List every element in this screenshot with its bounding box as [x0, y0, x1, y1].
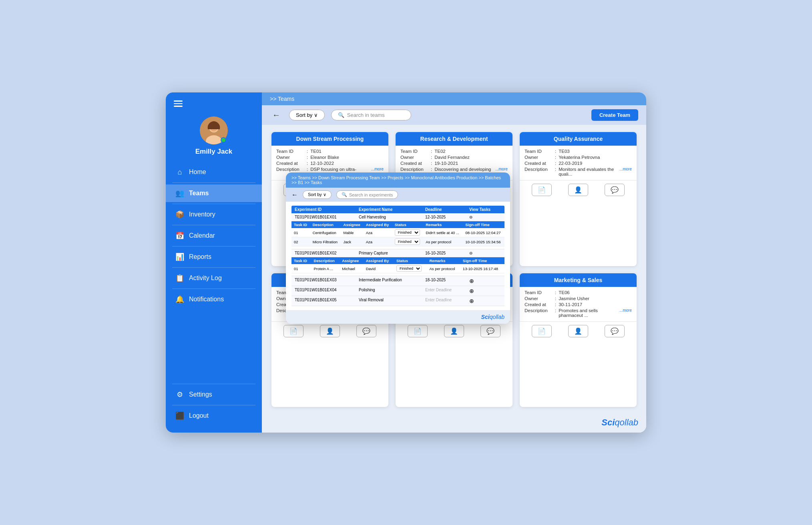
reports-icon: 📊 — [175, 252, 184, 261]
exp-deadline: 18-10-2025 — [425, 278, 469, 284]
popup-back-button[interactable]: ← — [291, 191, 298, 198]
team-card-footer-te06: 📄 👤 💬 — [520, 321, 637, 341]
team-chat-button[interactable]: 💬 — [356, 325, 376, 337]
status-select[interactable]: Finished — [395, 229, 420, 236]
calendar-icon: 📅 — [175, 231, 184, 240]
nav-divider-4 — [172, 246, 255, 246]
team-members-button[interactable]: 👤 — [320, 325, 340, 337]
th-status: Status — [392, 221, 424, 228]
exp-view-tasks[interactable]: ⊕ — [469, 278, 501, 284]
activity-log-icon: 📋 — [175, 274, 184, 283]
popup-breadcrumb: >> Teams >> Down Stream Processing Team … — [286, 172, 510, 188]
hamburger-menu[interactable] — [172, 99, 184, 108]
popup-logo: Sciqollab — [481, 314, 504, 320]
table-row: 02 Micro Filtration Jack Aza Finished As… — [291, 237, 504, 246]
exp-id: TE01P01W01B01EX03 — [295, 278, 359, 284]
team-card-te03: Quality Assurance Team ID : TE03 Owner :… — [520, 132, 637, 266]
exp-view-tasks[interactable]: ⊖ — [469, 215, 501, 219]
search-placeholder: Search in teams — [347, 112, 385, 118]
exp-deadline: 12-10-2025 — [425, 215, 469, 219]
team-docs-button[interactable]: 📄 — [408, 325, 428, 337]
th-task-id: Task ID — [291, 221, 310, 228]
sidebar-item-calendar[interactable]: 📅 Calendar — [166, 227, 262, 244]
team-members-button[interactable]: 👤 — [568, 184, 588, 196]
table-row: 01 Centrifugation Mable Aza Finished Did… — [291, 228, 504, 237]
status-select[interactable]: Finished — [395, 238, 420, 245]
sidebar-item-teams-label: Teams — [189, 190, 209, 197]
popup-search-placeholder: Search in experiments — [349, 192, 393, 197]
label-team-id: Team ID — [276, 149, 304, 154]
exp-row-ex04: TE01P01W01B01EX04 Polishing Enter Deadli… — [291, 286, 504, 296]
sidebar-item-logout[interactable]: ⬛ Logout — [166, 407, 262, 425]
search-teams-box[interactable]: 🔍 Search in teams — [331, 110, 411, 120]
team-members-button[interactable]: 👤 — [568, 325, 588, 337]
team-chat-button[interactable]: 💬 — [480, 325, 500, 337]
search-icon: 🔍 — [338, 112, 344, 118]
popup-toolbar: ← Sort by ∨ 🔍 Search in experiments — [286, 188, 510, 202]
team-docs-button[interactable]: 📄 — [532, 325, 552, 337]
exp-id: TE01P01W01B01EX02 — [295, 251, 359, 255]
exp-row-ex01: TE01P01W01B01EX01 Cell Harvesting 12-10-… — [291, 213, 504, 221]
nav-divider-8 — [172, 405, 255, 405]
sidebar-item-home-label: Home — [189, 168, 206, 176]
sidebar-profile: Emilly Jack — [166, 112, 262, 164]
online-status-dot — [221, 137, 226, 143]
val-team-id: TE01 — [310, 149, 322, 154]
sort-by-button[interactable]: Sort by ∨ — [289, 110, 325, 120]
notifications-icon: 🔔 — [175, 295, 184, 304]
team-card-te06: Marketing & Sales Team ID : TE06 Owner :… — [520, 273, 637, 407]
more-link[interactable]: ...more — [619, 167, 632, 176]
nav-divider-6 — [172, 289, 255, 289]
team-card-header-te02: Research & Development — [396, 132, 513, 146]
popup-search-icon: 🔍 — [342, 192, 347, 197]
sidebar-item-settings-label: Settings — [189, 391, 212, 398]
team-card-footer-te03: 📄 👤 💬 — [520, 180, 637, 199]
team-chat-button[interactable]: 💬 — [605, 325, 625, 337]
team-card-body-te06: Team ID : TE06 Owner : Jasmine Usher Cre… — [520, 287, 637, 321]
owner-row: Owner : Eleanor Blake — [276, 155, 384, 160]
popup-logo-bold: Sci — [481, 314, 490, 320]
back-button[interactable]: ← — [270, 110, 283, 120]
logo-light: qollab — [615, 417, 638, 427]
task-table-ex02: Task ID Description Assignee Assigned By… — [291, 257, 504, 273]
status-select[interactable]: Finished — [396, 265, 422, 272]
exp-section-ex02: TE01P01W01B01EX02 Primary Capture 16-10-… — [291, 249, 504, 273]
team-docs-button[interactable]: 📄 — [283, 325, 303, 337]
sidebar-item-activity-log[interactable]: 📋 Activity Log — [166, 269, 262, 287]
label-created: Created at — [276, 161, 304, 166]
exp-name: Intermediate Purification — [359, 278, 425, 284]
logo-bold: Sci — [601, 417, 615, 427]
sidebar-item-notifications[interactable]: 🔔 Notifications — [166, 291, 262, 308]
more-link[interactable]: ...more — [619, 308, 632, 318]
popup-sort-button[interactable]: Sort by ∨ — [303, 190, 332, 199]
popup-footer: Sciqollab — [286, 310, 510, 324]
breadcrumb: >> Teams — [262, 92, 646, 105]
exp-id: TE01P01W01B01EX05 — [295, 298, 359, 304]
exp-name: Cell Harvesting — [359, 215, 425, 219]
exp-id: TE01P01W01B01EX04 — [295, 288, 359, 294]
th-signoff: Sign-off Time — [463, 221, 504, 228]
sidebar-item-activity-log-label: Activity Log — [189, 275, 222, 282]
popup-body: Experiment ID Experiment Name Deadline V… — [286, 202, 510, 310]
exp-deadline: Enter Deadline — [425, 298, 469, 304]
exp-view-tasks[interactable]: ⊕ — [469, 288, 501, 294]
inventory-icon: 📦 — [175, 210, 184, 219]
team-chat-button[interactable]: 💬 — [605, 184, 625, 196]
nav-divider-5 — [172, 267, 255, 268]
sidebar-item-reports[interactable]: 📊 Reports — [166, 248, 262, 266]
sidebar-item-inventory[interactable]: 📦 Inventory — [166, 206, 262, 223]
sidebar-item-settings[interactable]: ⚙ Settings — [166, 386, 262, 403]
create-team-button[interactable]: Create Team — [591, 109, 638, 121]
app-window: Emilly Jack ⌂ Home 👥 Teams 📦 Inventory 📅… — [166, 92, 646, 433]
sidebar-item-teams[interactable]: 👥 Teams — [166, 184, 262, 202]
popup-search-box[interactable]: 🔍 Search in experiments — [336, 190, 398, 199]
team-members-button[interactable]: 👤 — [444, 325, 464, 337]
team-docs-button[interactable]: 📄 — [532, 184, 552, 196]
sidebar: Emilly Jack ⌂ Home 👥 Teams 📦 Inventory 📅… — [166, 92, 262, 433]
exp-row-ex02: TE01P01W01B01EX02 Primary Capture 16-10-… — [291, 249, 504, 257]
sidebar-item-home[interactable]: ⌂ Home — [166, 164, 262, 181]
exp-deadline: Enter Deadline — [425, 288, 469, 294]
exp-view-tasks[interactable]: ⊕ — [469, 298, 501, 304]
overlay-popup: >> Teams >> Down Stream Processing Team … — [286, 172, 510, 324]
exp-view-tasks[interactable]: ⊖ — [469, 251, 501, 255]
